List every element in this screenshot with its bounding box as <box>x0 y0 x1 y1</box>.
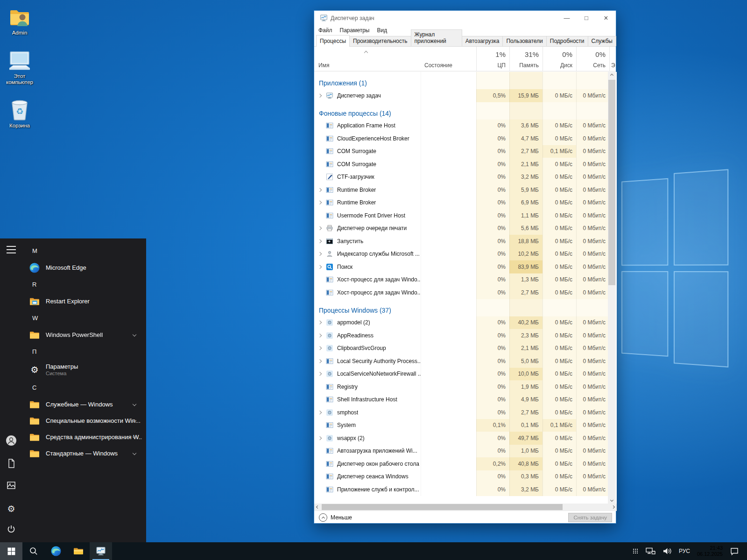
end-task-button[interactable]: Снять задачу <box>568 513 612 522</box>
expander-icon[interactable] <box>317 321 323 324</box>
chevron-down-icon[interactable] <box>133 333 136 336</box>
process-row[interactable]: ⚙appmodel (2)0%40,2 МБ0 МБ/с0 Мбит/с <box>314 316 617 329</box>
pictures-icon[interactable] <box>6 480 17 491</box>
start-menu-item[interactable]: Windows PowerShell <box>26 327 142 343</box>
vertical-scroll-thumb[interactable] <box>608 80 615 285</box>
process-row[interactable]: Приложение служб и контрол...0%3,2 МБ0 М… <box>314 483 617 496</box>
start-menu-item[interactable]: ⚙ПараметрыСистема <box>26 360 142 379</box>
tab-services[interactable]: Службы <box>588 36 616 46</box>
menu-options[interactable]: Параметры <box>340 27 370 34</box>
start-button[interactable] <box>0 542 22 560</box>
process-row[interactable]: CTF-загрузчик0%3,2 МБ0 МБ/с0 Мбит/с <box>314 171 617 184</box>
scroll-down-icon[interactable] <box>608 497 616 504</box>
expander-icon[interactable] <box>317 94 323 97</box>
expander-icon[interactable] <box>317 252 323 255</box>
expander-icon[interactable] <box>317 372 323 375</box>
menu-file[interactable]: Файл <box>318 27 332 34</box>
start-menu-item[interactable]: Microsoft Edge <box>26 259 142 276</box>
tab-performance[interactable]: Производительность <box>349 36 411 46</box>
process-group-header[interactable]: Приложения (1) <box>314 72 617 89</box>
process-row[interactable]: Usermode Font Driver Host0%1,1 МБ0 МБ/с0… <box>314 209 617 222</box>
column-partial[interactable]: Э <box>609 47 617 71</box>
process-row[interactable]: Диспетчер очереди печати0%5,6 МБ0 МБ/с0 … <box>314 222 617 235</box>
column-name[interactable]: Имя <box>318 62 329 69</box>
clock[interactable]: 21:43 06.12.2025 <box>693 545 726 557</box>
process-row[interactable]: ⚙wsappx (2)0%49,7 МБ0 МБ/с0 Мбит/с <box>314 432 617 445</box>
close-button[interactable]: × <box>596 11 616 25</box>
process-row[interactable]: Runtime Broker0%5,9 МБ0 МБ/с0 Мбит/с <box>314 183 617 196</box>
column-status[interactable]: Состояние <box>424 62 452 69</box>
vertical-scrollbar[interactable] <box>608 72 616 504</box>
start-section-letter[interactable]: M <box>26 242 142 259</box>
taskbar-explorer-button[interactable] <box>67 542 90 560</box>
expander-icon[interactable] <box>317 201 323 204</box>
start-section-letter[interactable]: П <box>26 343 142 360</box>
maximize-button[interactable]: □ <box>577 11 596 25</box>
scroll-up-icon[interactable] <box>608 72 616 79</box>
column-network[interactable]: 0%Сеть <box>576 47 609 71</box>
start-section-letter[interactable]: R <box>26 276 142 293</box>
tab-processes[interactable]: Процессы <box>316 35 350 46</box>
minimize-button[interactable]: — <box>557 11 577 25</box>
expander-icon[interactable] <box>317 189 323 191</box>
documents-icon[interactable] <box>6 458 17 469</box>
tab-startup[interactable]: Автозагрузка <box>462 36 503 46</box>
column-disk[interactable]: 0%Диск <box>543 47 576 71</box>
desktop-icon-admin[interactable]: Admin <box>3 4 36 36</box>
process-row[interactable]: Shell Infrastructure Host0%4,9 МБ0 МБ/с0… <box>314 393 617 406</box>
process-row[interactable]: ⚙LocalServiceNoNetworkFirewall ...0%10,0… <box>314 368 617 381</box>
start-menu-item[interactable]: Стандартные — Windows <box>26 445 142 462</box>
user-avatar[interactable] <box>6 435 17 446</box>
scroll-left-icon[interactable] <box>314 504 321 511</box>
process-row[interactable]: Поиск0%83,9 МБ0 МБ/с0 Мбит/с <box>314 260 617 273</box>
menu-view[interactable]: Вид <box>377 27 387 34</box>
process-row[interactable]: Local Security Authority Process...0%5,0… <box>314 355 617 368</box>
process-row[interactable]: Автозагрузка приложений Wi...0%1,0 МБ0 М… <box>314 445 617 458</box>
column-memory[interactable]: 31%Память <box>509 47 543 71</box>
expander-icon[interactable] <box>317 227 323 230</box>
tab-details[interactable]: Подробности <box>546 36 588 46</box>
desktop-icon-recycle-bin[interactable]: ♻ Корзина <box>3 97 36 129</box>
process-group-header[interactable]: Процессы Windows (37) <box>314 299 617 316</box>
expander-icon[interactable] <box>317 266 323 268</box>
hamburger-menu-icon[interactable] <box>7 246 16 253</box>
start-menu-item[interactable]: Restart Explorer <box>26 293 142 309</box>
start-menu-item[interactable]: Специальные возможности Win... <box>26 413 142 429</box>
tab-app-history[interactable]: Журнал приложений <box>411 29 462 46</box>
process-row[interactable]: COM Surrogate0%2,1 МБ0 МБ/с0 Мбит/с <box>314 158 617 171</box>
process-row[interactable]: Диспетчер сеанса Windows0%0,3 МБ0 МБ/с0 … <box>314 470 617 483</box>
taskbar-edge-button[interactable] <box>45 542 67 560</box>
process-row[interactable]: Индексатор службы Microsoft ...0%10,2 МБ… <box>314 248 617 261</box>
scroll-right-icon[interactable] <box>610 504 617 511</box>
process-row[interactable]: Диспетчер окон рабочего стола0,2%40,8 МБ… <box>314 457 617 470</box>
power-icon[interactable] <box>6 524 17 535</box>
chevron-down-icon[interactable] <box>133 451 136 455</box>
process-row[interactable]: Хост-процесс для задач Windo...0%2,7 МБ0… <box>314 286 617 299</box>
taskbar-search-button[interactable] <box>22 542 45 560</box>
desktop-icon-this-pc[interactable]: Этот компьютер <box>3 47 36 85</box>
process-row[interactable]: ⚙AppReadiness0%2,3 МБ0 МБ/с0 Мбит/с <box>314 329 617 342</box>
language-indicator[interactable]: РУС <box>676 542 693 560</box>
fewer-details-icon[interactable] <box>319 513 327 522</box>
process-row[interactable]: Хост-процесс для задач Windo...0%1,3 МБ0… <box>314 273 617 287</box>
expander-icon[interactable] <box>317 347 323 350</box>
horizontal-scrollbar[interactable] <box>314 504 617 511</box>
column-cpu[interactable]: 1%ЦП <box>476 47 509 71</box>
process-row[interactable]: CloudExperienceHost Broker0%4,7 МБ0 МБ/с… <box>314 132 617 145</box>
process-row[interactable]: ⚙smphost0%2,7 МБ0 МБ/с0 Мбит/с <box>314 406 617 419</box>
fewer-details-button[interactable]: Меньше <box>331 514 352 521</box>
settings-gear-icon[interactable]: ⚙ <box>6 503 17 514</box>
process-row[interactable]: COM Surrogate0%2,7 МБ0,1 МБ/с0 Мбит/с <box>314 145 617 158</box>
process-row[interactable]: System0,1%0,1 МБ0,1 МБ/с0 Мбит/с <box>314 419 617 432</box>
start-section-letter[interactable]: C <box>26 379 142 396</box>
title-bar[interactable]: Диспетчер задач — □ × <box>314 11 616 25</box>
expander-icon[interactable] <box>317 360 323 363</box>
process-row[interactable]: Application Frame Host0%3,6 МБ0 МБ/с0 Мб… <box>314 119 617 133</box>
start-menu-item[interactable]: Средства администрирования W... <box>26 429 142 445</box>
expander-icon[interactable] <box>317 334 323 337</box>
horizontal-scroll-thumb[interactable] <box>322 504 563 510</box>
process-row[interactable]: ⚙ClipboardSvcGroup0%2,1 МБ0 МБ/с0 Мбит/с <box>314 342 617 355</box>
network-icon[interactable] <box>642 542 659 560</box>
process-row[interactable]: Запустить0%18,8 МБ0 МБ/с0 Мбит/с <box>314 235 617 248</box>
volume-icon[interactable] <box>659 542 676 560</box>
